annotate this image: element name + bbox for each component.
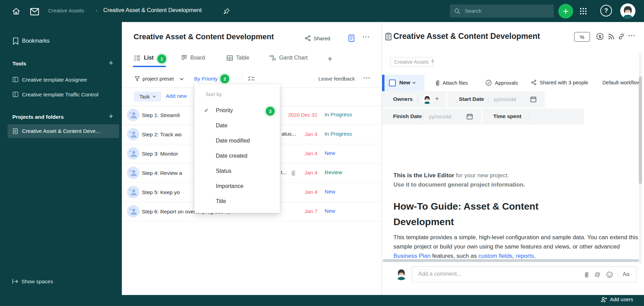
task-title[interactable]: Step 2: Track wo (142, 131, 181, 138)
sidebar-item-template-assignee[interactable]: Creative template Assignee (22, 77, 87, 83)
approvals-button[interactable]: Approvals (485, 80, 518, 86)
assignee-placeholder-icon[interactable] (127, 109, 139, 121)
task-status[interactable]: New (325, 208, 335, 214)
new-item-section[interactable]: New (384, 75, 424, 91)
task-title[interactable]: Step 3: Monitor (142, 151, 178, 157)
sort-option-title[interactable]: Title (194, 194, 280, 210)
s ort-option-status[interactable]: Status (194, 164, 280, 179)
attach-paperclip-icon[interactable] (583, 271, 589, 278)
editor-intro-line1[interactable]: This is the Live Editor for your new pro… (393, 172, 509, 179)
add-users-button[interactable]: Add users (600, 296, 633, 302)
editor-heading[interactable]: How-To Guide: Asset & Content Developmen… (393, 199, 572, 230)
task-due-date[interactable]: Jan 4 (305, 170, 317, 176)
task-status[interactable]: In Progress (325, 112, 352, 118)
assignee-placeholder-icon[interactable] (127, 205, 139, 218)
vertical-scrollbar-thumb[interactable] (639, 76, 642, 184)
sort-option-importance[interactable]: Importance (194, 179, 280, 194)
budget-dollar-icon[interactable]: $ (596, 33, 604, 40)
create-new-button[interactable]: + (558, 4, 573, 19)
snippet-doc-icon[interactable] (348, 34, 355, 42)
sort-option-date-modified[interactable]: Date modified (194, 134, 280, 149)
show-spaces-button[interactable]: Show spaces (21, 278, 53, 285)
progress-percent-button[interactable]: % (574, 32, 590, 42)
sort-by-button[interactable]: By Priority (194, 76, 218, 82)
filter-funnel-icon[interactable] (134, 76, 140, 82)
new-task-checkbox[interactable] (389, 80, 396, 86)
apps-grid-icon[interactable] (580, 8, 587, 15)
editor-intro-line2[interactable]: Use it to document general project infor… (393, 181, 525, 188)
mention-icon[interactable]: @ (594, 271, 600, 278)
editor-paragraph[interactable]: This template provides a simple, high-le… (393, 233, 638, 261)
shared-button[interactable]: Shared (305, 35, 330, 41)
add-owner-button[interactable]: + (435, 95, 439, 103)
breadcrumb-parent[interactable]: Creative Assets (48, 8, 84, 13)
task-status[interactable]: New (325, 189, 335, 195)
owners-field[interactable]: Owners + (382, 91, 446, 107)
feed-icon[interactable] (608, 33, 615, 40)
task-status[interactable]: In Progress (325, 131, 352, 137)
tab-gantt-chart[interactable]: Gantt Chart (270, 55, 308, 61)
add-new-task-button[interactable]: Add new (166, 93, 187, 99)
tab-table[interactable]: Table (226, 55, 249, 61)
start-date-field[interactable]: Start Date yy/mm/dd (447, 91, 545, 107)
assignee-placeholder-icon[interactable] (127, 167, 139, 179)
emoji-icon[interactable] (606, 271, 613, 278)
finish-date-field[interactable]: Finish Date yy/mm/dd (382, 108, 482, 125)
task-title[interactable]: Step 5: Keep yo (142, 189, 180, 196)
sidebar-item-current-project[interactable]: Creative Asset & Content Deve... (8, 124, 119, 138)
task-due-date[interactable]: Jan 4 (305, 150, 317, 156)
start-date-placeholder[interactable]: yy/mm/dd (494, 96, 516, 102)
custom-fields-link[interactable]: custom fields (478, 253, 513, 259)
more-menu-icon[interactable]: ⋯ (363, 73, 370, 82)
horizontal-scrollbar[interactable] (383, 259, 640, 262)
task-due-date[interactable]: Jan 4 (305, 189, 317, 195)
sort-option-priority[interactable]: ✓ Priority 3 (194, 104, 280, 119)
attach-files-button[interactable]: Attach files (434, 80, 468, 86)
leave-feedback-link[interactable]: Leave feedback (318, 76, 355, 82)
search-box[interactable] (450, 4, 554, 18)
sharing-button[interactable]: Shared with 3 people (531, 80, 588, 85)
sidebar-item-template-traffic-control[interactable]: Creative template Traffic Control (22, 92, 98, 98)
item-type-dropdown[interactable]: Task (134, 92, 161, 102)
sidebar-item-bookmarks[interactable]: Bookmarks (22, 38, 50, 44)
comment-input[interactable] (418, 271, 570, 277)
task-status[interactable]: Review (325, 169, 342, 176)
more-menu-icon[interactable]: ⋯ (628, 31, 635, 40)
sort-option-date[interactable]: Date (194, 119, 280, 134)
user-avatar[interactable] (620, 3, 635, 19)
business-plan-link[interactable]: Business Plan (393, 253, 431, 259)
assignee-placeholder-icon[interactable] (127, 147, 139, 160)
permalink-icon[interactable] (617, 33, 625, 40)
assignee-placeholder-icon[interactable] (127, 186, 139, 198)
add-view-button[interactable]: + (328, 54, 332, 64)
home-icon[interactable] (12, 7, 21, 16)
add-project-button[interactable]: + (109, 113, 113, 120)
calendar-icon[interactable] (466, 113, 473, 120)
task-title[interactable]: Step 1: Streamli (142, 112, 180, 118)
text-format-button[interactable]: Aa (623, 271, 630, 277)
workflow-selector[interactable]: Default workflow (602, 80, 640, 85)
search-input[interactable] (464, 8, 545, 14)
finish-date-placeholder[interactable]: yy/mm/dd (429, 114, 451, 119)
help-button[interactable]: ? (600, 5, 612, 17)
sort-option-date-created[interactable]: Date created (194, 149, 280, 164)
comment-input-box[interactable]: @ Aa (412, 266, 637, 282)
tab-board[interactable]: Board (181, 55, 205, 61)
add-tool-button[interactable]: + (109, 59, 113, 67)
inbox-mail-icon[interactable] (30, 8, 40, 15)
pin-icon[interactable] (223, 8, 230, 15)
reports-link[interactable]: reports, (516, 253, 536, 259)
task-due-date[interactable]: Jan 7 (305, 208, 317, 214)
preset-dropdown[interactable]: project preset (142, 76, 174, 82)
assignee-placeholder-icon[interactable] (127, 128, 139, 140)
task-due-date[interactable]: Jan 4 (305, 131, 317, 137)
task-due-date[interactable]: 2020 Dec 31 (288, 112, 317, 118)
parent-folder-tag[interactable]: Creative Assets (390, 57, 433, 67)
task-status[interactable]: New (325, 150, 335, 156)
fields-settings-icon[interactable] (248, 76, 255, 82)
task-title[interactable]: Step 4: Review a (142, 170, 182, 176)
more-menu-icon[interactable]: ⋯ (362, 32, 370, 41)
owner-avatar[interactable] (422, 94, 432, 104)
add-tag-button[interactable]: + (431, 57, 435, 65)
tab-list[interactable]: List (134, 55, 154, 61)
